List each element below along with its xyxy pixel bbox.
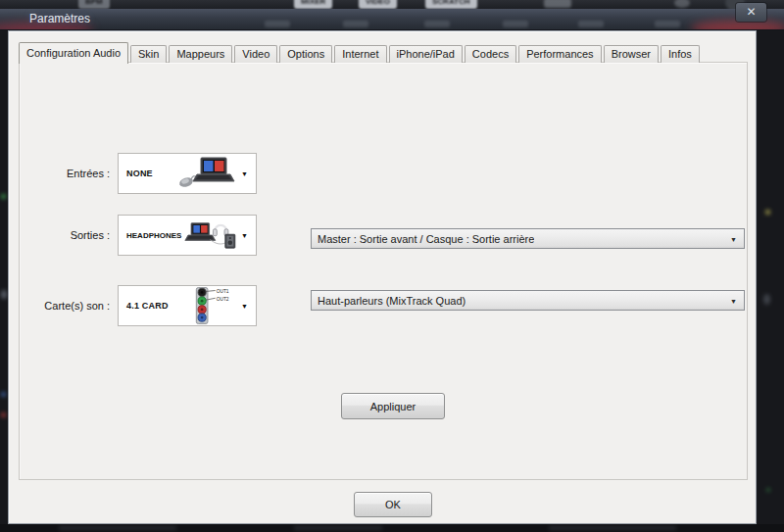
- virtualdj-settings-screen: BPM MIXER VIDEO SCRATCH Paramètres ✕ Con…: [0, 0, 784, 532]
- inputs-dropdown[interactable]: NONE ▼: [118, 153, 257, 194]
- background-label-video: VIDEO: [359, 0, 397, 9]
- background-blob: [343, 21, 368, 27]
- outputs-value: HEADPHONES: [126, 231, 181, 240]
- background-led: [763, 294, 770, 305]
- background-label-mixer: MIXER: [294, 0, 332, 9]
- background-smear: [691, 21, 784, 30]
- settings-dialog-body: Configuration Audio Skin Mappeurs Video …: [8, 30, 757, 524]
- background-app-toolbar: BPM MIXER VIDEO SCRATCH: [0, 0, 784, 9]
- tab-browser[interactable]: Browser: [604, 45, 659, 63]
- background-blob: [424, 21, 450, 27]
- tab-iphone-ipad[interactable]: iPhone/iPad: [389, 45, 463, 63]
- soundcard-value: 4.1 CARD: [126, 301, 169, 311]
- speakers-device-value: Haut-parleurs (MixTrack Quad): [318, 295, 466, 307]
- background-led: [765, 210, 770, 215]
- tab-video[interactable]: Video: [234, 45, 277, 63]
- titlebar[interactable]: Paramètres: [0, 9, 784, 30]
- tab-panel-configuration-audio: Entrées : NONE ▼ Sorties :: [19, 62, 748, 480]
- output-routing-select[interactable]: Master : Sortie avant / Casque : Sortie …: [311, 228, 745, 249]
- tab-skin[interactable]: Skin: [130, 45, 167, 63]
- background-led: [1, 194, 6, 199]
- chevron-down-icon: ▼: [730, 235, 737, 242]
- background-blob: [59, 526, 176, 530]
- window-title: Paramètres: [29, 9, 90, 29]
- background-blob: [578, 21, 604, 27]
- background-blob: [294, 526, 382, 530]
- outputs-dropdown[interactable]: HEADPHONES ▼: [118, 215, 257, 256]
- soundcard-out1-label: OUT1: [217, 289, 229, 294]
- ok-button[interactable]: OK: [354, 492, 432, 517]
- speakers-device-select[interactable]: Haut-parleurs (MixTrack Quad) ▼: [311, 290, 745, 311]
- background-label-bpm: BPM: [78, 0, 110, 9]
- soundcard-label: Carte(s) son :: [22, 285, 110, 326]
- background-led: [1, 392, 6, 397]
- background-blob: [265, 21, 290, 27]
- close-button[interactable]: ✕: [736, 3, 766, 22]
- inputs-label: Entrées :: [22, 153, 110, 194]
- chevron-down-icon: ▼: [241, 170, 248, 177]
- soundcard-out2-label: OUT2: [217, 297, 229, 302]
- background-blob: [544, 0, 571, 8]
- background-blob: [549, 526, 676, 530]
- close-icon: ✕: [746, 5, 756, 19]
- outputs-label: Sorties :: [22, 215, 110, 256]
- background-bottom-strip: [0, 524, 784, 532]
- laptop-headphones-speaker-icon: [181, 217, 236, 254]
- tab-bar: Configuration Audio Skin Mappeurs Video …: [19, 40, 702, 63]
- chevron-down-icon: ▼: [241, 232, 248, 239]
- background-blob: [674, 0, 690, 8]
- tab-internet[interactable]: Internet: [334, 45, 386, 63]
- tab-infos[interactable]: Infos: [661, 45, 700, 63]
- inputs-value: NONE: [126, 169, 153, 178]
- background-blob: [655, 21, 680, 27]
- background-label-scratch: SCRATCH: [425, 0, 477, 9]
- soundcard-dropdown[interactable]: 4.1 CARD OUT1 OUT2 ▼: [118, 285, 257, 326]
- background-led: [766, 488, 770, 492]
- tab-options[interactable]: Options: [279, 45, 332, 63]
- apply-button[interactable]: Appliquer: [341, 393, 445, 419]
- background-blob: [503, 21, 528, 27]
- output-routing-value: Master : Sortie avant / Casque : Sortie …: [318, 233, 534, 245]
- background-led: [1, 412, 6, 417]
- tab-codecs[interactable]: Codecs: [465, 45, 516, 63]
- soundcard-jacks-icon: OUT1 OUT2: [175, 286, 236, 325]
- background-led: [1, 290, 7, 299]
- tab-configuration-audio[interactable]: Configuration Audio: [19, 42, 128, 64]
- tab-mappeurs[interactable]: Mappeurs: [169, 45, 232, 63]
- chevron-down-icon: ▼: [730, 297, 737, 304]
- tab-performances[interactable]: Performances: [518, 45, 601, 63]
- chevron-down-icon: ▼: [241, 303, 248, 310]
- laptop-mouse-icon: [177, 156, 236, 191]
